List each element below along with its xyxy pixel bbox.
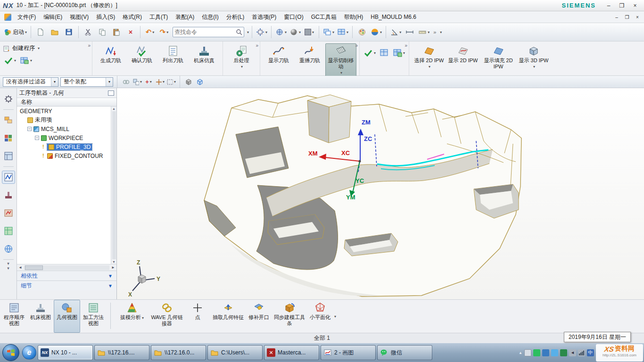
- delete-button[interactable]: ×: [124, 25, 137, 39]
- graphics-window[interactable]: XM XC ZM ZC YC YM Z Y X: [117, 88, 644, 299]
- start-menu-button[interactable]: [2, 344, 19, 361]
- extract-geometric-feature-button[interactable]: 抽取几何特征: [211, 300, 246, 333]
- scrollbar-thumb[interactable]: [25, 265, 43, 270]
- postprocess-button[interactable]: 后处理 ▾: [226, 43, 257, 71]
- blue-grid-button[interactable]: [379, 47, 390, 58]
- blue-grid-dropdown-button[interactable]: ▾: [392, 47, 406, 58]
- taskbar-button-share1[interactable]: \\172.16....: [94, 345, 149, 360]
- overflow-icon[interactable]: »: [431, 29, 438, 35]
- assembly-navigator-icon[interactable]: [2, 114, 15, 127]
- security-shield-icon[interactable]: [560, 349, 567, 356]
- scroll-down-icon[interactable]: ▾: [7, 266, 9, 271]
- tree-row-fixed-contour[interactable]: !FIXED_CONTOUR: [17, 151, 116, 160]
- measure-distance-button[interactable]: [403, 25, 416, 39]
- select-2d-ipw-button[interactable]: 选择 2D IPW ▾: [412, 43, 446, 71]
- taskbar-button-wechat[interactable]: 微信: [377, 345, 432, 360]
- geometry-view-button[interactable]: 几何视图: [54, 300, 80, 333]
- wechat-tray-icon[interactable]: [533, 349, 540, 356]
- ime-indicator[interactable]: 中: [587, 349, 594, 356]
- machine-tool-navigator-icon[interactable]: [2, 189, 15, 202]
- undo-button[interactable]: ↶▾: [143, 25, 157, 39]
- settings-gear-icon[interactable]: [2, 92, 15, 106]
- cloud-drive-icon[interactable]: [551, 349, 558, 356]
- menu-hb-mould[interactable]: HB_MOULD M6.6: [367, 12, 420, 22]
- details-section[interactable]: 细节▼: [17, 280, 116, 290]
- create-geometry-button[interactable]: ▾: [19, 55, 33, 66]
- cut-button[interactable]: [82, 25, 95, 39]
- part-navigator-icon[interactable]: [2, 149, 15, 163]
- ruler-button[interactable]: ▾: [417, 25, 430, 39]
- app-menu-icon[interactable]: [4, 14, 11, 21]
- menu-assemblies[interactable]: 装配(A): [172, 12, 198, 23]
- synchronous-modeling-button[interactable]: 同步建模工具条: [272, 300, 307, 333]
- orient-view-button[interactable]: ▾: [274, 25, 288, 39]
- start-button[interactable]: 启动 ▾: [3, 25, 28, 39]
- machining-method-view-button[interactable]: 加工方法视图: [80, 300, 107, 333]
- menu-file[interactable]: 文件(F): [14, 12, 40, 23]
- taskbar-button-users-folder[interactable]: C:\Users\...: [207, 345, 263, 360]
- network-icon[interactable]: [578, 349, 585, 356]
- show-fill-2d-ipw-button[interactable]: 显示填充 2D IPW: [480, 43, 517, 71]
- touch-keyboard-icon[interactable]: [524, 349, 531, 356]
- chain-link-icon[interactable]: [121, 77, 131, 87]
- measure-angle-button[interactable]: ▾: [389, 25, 402, 39]
- menu-format[interactable]: 格式(R): [119, 12, 146, 23]
- dependencies-section[interactable]: 相依性▼: [17, 271, 116, 280]
- child-restore-button[interactable]: ❐: [622, 14, 632, 21]
- menu-window[interactable]: 窗口(O): [280, 12, 307, 23]
- show-cutting-moves-button[interactable]: 显示切削移动 ▾: [325, 43, 356, 77]
- column-header-name[interactable]: 名称: [21, 98, 32, 106]
- taskbar-button-share2[interactable]: \\172.16.0...: [151, 345, 206, 360]
- taskbar-button-nx[interactable]: NX NX 10 - ...: [38, 345, 93, 360]
- machine-simulation-button[interactable]: 机床仿真: [189, 43, 220, 65]
- show-toolpath-button[interactable]: 显示刀轨: [263, 43, 294, 65]
- menu-analysis[interactable]: 分析(L): [223, 12, 248, 23]
- show-3d-ipw-button[interactable]: 显示 3D IPW ▾: [517, 43, 551, 71]
- taskbar-button-mastercam[interactable]: ✕ Masterca...: [264, 345, 319, 360]
- replay-toolpath-button[interactable]: 重播刀轨: [294, 43, 325, 65]
- menu-help[interactable]: 帮助(H): [340, 12, 367, 23]
- facet-button[interactable]: 小平面化: [307, 300, 333, 333]
- operation-navigator-icon[interactable]: [2, 171, 15, 184]
- green-check-button[interactable]: ▾: [363, 47, 377, 58]
- child-minimize-button[interactable]: –: [612, 14, 621, 21]
- tree-row-geometry[interactable]: GEOMETRY: [17, 107, 116, 115]
- menu-tools[interactable]: 工具(T): [146, 12, 172, 23]
- tree-row-profile-3d[interactable]: !PROFILE_3D: [17, 142, 116, 151]
- constraint-navigator-icon[interactable]: [2, 132, 15, 145]
- vertical-scrollbar[interactable]: ▲▼: [111, 107, 116, 264]
- visualization-button[interactable]: ▾: [370, 25, 383, 39]
- paste-button[interactable]: [110, 25, 123, 39]
- scroll-down-icon[interactable]: ▾: [7, 261, 9, 266]
- show-hidden-icons-button[interactable]: ▲: [519, 351, 522, 355]
- web-browser-icon[interactable]: [2, 242, 15, 255]
- tree-row-unused[interactable]: 未用项: [17, 115, 116, 124]
- overflow-icon[interactable]: »: [405, 43, 407, 48]
- horizontal-scrollbar[interactable]: ◄ ►: [17, 264, 116, 271]
- command-search-input[interactable]: [174, 29, 236, 35]
- draft-analysis-button[interactable]: 拔模分析▾: [115, 300, 149, 333]
- menu-information[interactable]: 信息(I): [198, 12, 222, 23]
- redo-button[interactable]: ↷▾: [157, 25, 171, 39]
- collapse-toggle[interactable]: −: [27, 127, 32, 131]
- browser-icon[interactable]: e: [22, 346, 36, 360]
- wireframe-cube-icon[interactable]: [195, 77, 205, 87]
- copy-button[interactable]: [96, 25, 109, 39]
- patch-opening-button[interactable]: 修补开口: [246, 300, 272, 333]
- lasso-select-button[interactable]: ▾: [166, 77, 176, 87]
- overflow-icon[interactable]: »: [355, 43, 358, 48]
- snap-point-button[interactable]: +▾: [144, 77, 153, 87]
- fit-view-button[interactable]: ▾: [255, 25, 268, 39]
- shaded-cube-icon[interactable]: [184, 77, 193, 87]
- child-close-button[interactable]: ×: [633, 14, 642, 21]
- process-studio-icon[interactable]: [2, 206, 15, 220]
- dropdown-icon[interactable]: ▾: [440, 30, 442, 34]
- restore-button[interactable]: ❐: [616, 1, 628, 10]
- undock-panel-button[interactable]: [108, 90, 114, 96]
- show-2d-ipw-button[interactable]: 显示 2D IPW: [446, 43, 480, 65]
- antivirus-icon[interactable]: [542, 349, 549, 356]
- selection-filter-dropdown[interactable]: 没有选择过滤器▾: [3, 77, 58, 87]
- template-studio-icon[interactable]: [2, 224, 15, 238]
- dropdown-icon[interactable]: ▾: [334, 314, 336, 319]
- create-tool-button[interactable]: ▾: [3, 55, 17, 66]
